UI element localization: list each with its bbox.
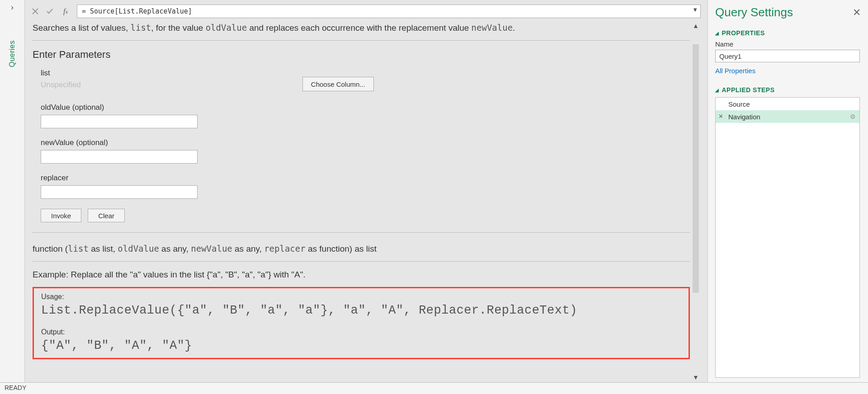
fx-icon[interactable]: fx: [61, 7, 71, 16]
choose-column-button[interactable]: Choose Column...: [302, 77, 374, 91]
scroll-up-icon[interactable]: ▲: [691, 21, 701, 31]
param-newvalue-label: newValue (optional): [41, 138, 690, 147]
queries-pane-label: Queries: [8, 40, 16, 67]
param-newvalue-input[interactable]: [41, 150, 198, 164]
status-bar: READY: [0, 382, 868, 394]
properties-section-header[interactable]: ◢ PROPERTIES: [715, 29, 863, 37]
enter-parameters-title: Enter Parameters: [33, 49, 690, 61]
status-text: READY: [5, 384, 26, 391]
name-label: Name: [715, 40, 863, 48]
example-usage-label: Usage:: [41, 293, 681, 301]
gear-icon[interactable]: ⚙: [850, 113, 856, 120]
example-box: Usage: List.ReplaceValue({"a", "B", "a",…: [33, 287, 690, 359]
scroll-track[interactable]: [693, 31, 699, 372]
all-properties-link[interactable]: All Properties: [715, 67, 863, 75]
scroll-down-icon[interactable]: ▼: [691, 372, 701, 382]
function-doc-body: Searches a list of values, list, for the…: [32, 21, 691, 382]
scroll-thumb[interactable]: [693, 44, 699, 293]
main-area: fx ▼ Searches a list of values, list, fo…: [25, 0, 708, 382]
param-oldvalue-input[interactable]: [41, 115, 198, 128]
invoke-button[interactable]: Invoke: [41, 209, 81, 222]
example-usage-code: List.ReplaceValue({"a", "B", "a", "a"}, …: [41, 304, 681, 317]
function-signature: function (list as list, oldValue as any,…: [33, 241, 690, 259]
param-replacer-label: replacer: [41, 174, 690, 183]
param-oldvalue-label: oldValue (optional): [41, 103, 690, 112]
formula-bar: fx ▼: [32, 5, 701, 18]
step-navigation[interactable]: ✕ Navigation ⚙: [716, 110, 859, 123]
step-source[interactable]: Source: [716, 98, 859, 110]
clear-button[interactable]: Clear: [88, 209, 125, 222]
cancel-icon[interactable]: [32, 8, 40, 15]
formula-expand-icon[interactable]: ▼: [692, 6, 698, 13]
query-settings-title: Query Settings: [715, 5, 793, 19]
applied-steps-list: Source ✕ Navigation ⚙: [715, 97, 860, 378]
delete-step-icon[interactable]: ✕: [718, 113, 723, 120]
applied-steps-section-header[interactable]: ◢ APPLIED STEPS: [715, 86, 863, 94]
query-name-input[interactable]: [715, 50, 860, 62]
example-output-label: Output:: [41, 328, 681, 336]
collapse-icon: ◢: [715, 88, 719, 93]
formula-input[interactable]: [77, 5, 701, 18]
commit-icon[interactable]: [46, 8, 54, 15]
param-list-label: list: [41, 69, 81, 78]
param-replacer-input[interactable]: [41, 185, 198, 199]
vertical-scrollbar[interactable]: ▲ ▼: [691, 21, 701, 382]
example-output-code: {"A", "B", "A", "A"}: [41, 339, 681, 352]
function-description: Searches a list of values, list, for the…: [33, 21, 690, 38]
query-settings-pane: Query Settings ✕ ◢ PROPERTIES Name All P…: [708, 0, 868, 382]
queries-expand-chevron[interactable]: ›: [0, 0, 24, 15]
param-list-unspecified: Unspecified: [41, 80, 81, 89]
close-icon[interactable]: ✕: [850, 6, 863, 19]
queries-pane: › Queries: [0, 0, 25, 382]
collapse-icon: ◢: [715, 31, 719, 36]
example-title: Example: Replace all the "a" values in t…: [33, 270, 690, 280]
